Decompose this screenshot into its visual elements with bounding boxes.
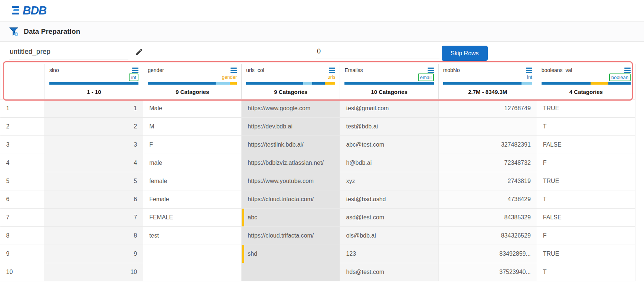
column-name: urls_col <box>246 67 264 73</box>
cell-slno[interactable]: 5 <box>45 172 143 190</box>
skip-rows-button[interactable]: Skip Rows <box>442 46 488 61</box>
cell-urls_col[interactable]: shd <box>242 245 340 263</box>
row-number: 9 <box>0 245 45 263</box>
cell-slno[interactable]: 8 <box>45 227 143 245</box>
cell-slno[interactable]: 10 <box>45 263 143 281</box>
corner-cell <box>0 64 45 99</box>
cell-Emailss[interactable]: test@gmail.com <box>340 99 438 118</box>
cell-gender[interactable]: Female <box>143 190 242 209</box>
column-type-badge: int <box>527 74 532 80</box>
cell-gender[interactable] <box>143 245 242 263</box>
cell-booleans_val[interactable]: TRUE <box>537 245 635 263</box>
cell-urls_col[interactable]: https://testlink.bdb.ai/ <box>242 136 340 154</box>
cell-slno[interactable]: 4 <box>45 154 143 172</box>
column-menu-icon[interactable] <box>526 68 532 73</box>
column-summary: 1 - 10 <box>45 85 143 95</box>
cell-Emailss[interactable]: h@bdb.ai <box>340 154 438 172</box>
cell-slno[interactable]: 7 <box>45 209 143 227</box>
cell-booleans_val[interactable]: T <box>537 118 635 136</box>
table-row: 66Femalehttps://cloud.trifacta.com/test@… <box>0 190 635 209</box>
row-number: 5 <box>0 172 45 190</box>
cell-gender[interactable] <box>143 263 242 281</box>
cell-gender[interactable]: Male <box>143 99 242 118</box>
row-number: 3 <box>0 136 45 154</box>
logo-text: BDB <box>23 4 46 17</box>
table-header-row: slnoint1 - 10gendergender9 Catagoriesurl… <box>0 64 635 99</box>
cell-urls_col[interactable]: https://www.youtube.com <box>242 172 340 190</box>
cell-urls_col[interactable]: https://dev.bdb.ai <box>242 118 340 136</box>
bdb-logo[interactable]: BDB <box>11 4 46 17</box>
cell-booleans_val[interactable]: T <box>537 263 635 281</box>
row-number: 8 <box>0 227 45 245</box>
cell-slno[interactable]: 1 <box>45 99 143 118</box>
data-grid: slnoint1 - 10gendergender9 Catagoriesurl… <box>0 64 635 281</box>
top-app-bar: BDB <box>0 0 644 22</box>
cell-gender[interactable]: M <box>143 118 242 136</box>
prep-name-input[interactable] <box>9 46 128 59</box>
cell-Emailss[interactable]: test@bsd.ashd <box>340 190 438 209</box>
cell-mobNo[interactable] <box>438 118 537 136</box>
column-menu-icon[interactable] <box>329 68 335 73</box>
cell-booleans_val[interactable]: T <box>537 190 635 209</box>
cell-Emailss[interactable]: test@bdb.ai <box>340 118 438 136</box>
cell-slno[interactable]: 3 <box>45 136 143 154</box>
column-menu-icon[interactable] <box>132 68 138 73</box>
column-menu-icon[interactable] <box>428 68 434 73</box>
cell-booleans_val[interactable]: F <box>537 227 635 245</box>
cell-urls_col[interactable]: https://bdbizviz.atlassian.net/ <box>242 154 340 172</box>
cell-gender[interactable]: F <box>143 136 242 154</box>
table-row: 1010hds@test.com37523940...T <box>0 263 635 281</box>
skip-rows-input[interactable] <box>316 46 439 59</box>
cell-slno[interactable]: 9 <box>45 245 143 263</box>
cell-urls_col[interactable]: https://cloud.trifacta.com/ <box>242 190 340 209</box>
data-preparation-icon <box>8 26 19 37</box>
column-quality-bar <box>542 82 631 85</box>
cell-mobNo[interactable]: 12768749 <box>438 99 537 118</box>
cell-gender[interactable]: male <box>143 154 242 172</box>
cell-booleans_val[interactable]: F <box>537 154 635 172</box>
cell-slno[interactable]: 2 <box>45 118 143 136</box>
cell-Emailss[interactable]: hds@test.com <box>340 263 438 281</box>
preview-table: slnoint1 - 10gendergender9 Catagoriesurl… <box>0 64 635 281</box>
column-menu-icon[interactable] <box>231 68 237 73</box>
table-row: 88testhttps://cloud.trifacta.com/ols@bdb… <box>0 227 635 245</box>
column-menu-icon[interactable] <box>624 68 631 73</box>
cell-mobNo[interactable]: 834326529 <box>438 227 537 245</box>
cell-mobNo[interactable]: 83492859... <box>438 245 537 263</box>
cell-Emailss[interactable]: ols@bdb.ai <box>340 227 438 245</box>
cell-mobNo[interactable]: 37523940... <box>438 263 537 281</box>
table-row: 22Mhttps://dev.bdb.aitest@bdb.aiT <box>0 118 635 136</box>
edit-pencil-icon[interactable] <box>135 48 143 58</box>
column-quality-bar <box>49 82 138 85</box>
cell-mobNo[interactable]: 4738429 <box>438 190 537 209</box>
cell-gender[interactable]: test <box>143 227 242 245</box>
column-quality-bar <box>344 82 434 85</box>
cell-gender[interactable]: FEMALE <box>143 209 242 227</box>
cell-booleans_val[interactable]: FALSE <box>537 136 635 154</box>
cell-booleans_val[interactable]: TRUE <box>537 99 635 118</box>
cell-urls_col[interactable]: https://cloud.trifacta.com/ <box>242 227 340 245</box>
table-row: 55femalehttps://www.youtube.comxyz274381… <box>0 172 635 190</box>
cell-Emailss[interactable]: abc@test.com <box>340 136 438 154</box>
cell-mobNo[interactable]: 72348732 <box>438 154 537 172</box>
cell-mobNo[interactable]: 327482391 <box>438 136 537 154</box>
column-quality-bar <box>246 82 335 85</box>
cell-mobNo[interactable]: 84385329 <box>438 209 537 227</box>
cell-gender[interactable]: female <box>143 172 242 190</box>
column-type-badge: email <box>418 73 434 81</box>
cell-Emailss[interactable]: asd@test.com <box>340 209 438 227</box>
column-summary: 9 Catagories <box>242 85 340 95</box>
cell-mobNo[interactable]: 2743819 <box>438 172 537 190</box>
row-number: 7 <box>0 209 45 227</box>
column-header-gender: gendergender9 Catagories <box>143 64 242 99</box>
cell-Emailss[interactable]: xyz <box>340 172 438 190</box>
cell-slno[interactable]: 6 <box>45 190 143 209</box>
cell-booleans_val[interactable]: FALSE <box>537 209 635 227</box>
cell-urls_col[interactable] <box>242 263 340 281</box>
cell-urls_col[interactable]: https://www.google.com <box>242 99 340 118</box>
cell-Emailss[interactable]: 123 <box>340 245 438 263</box>
column-header-booleans_val: booleans_valboolean4 Catagories <box>537 64 635 99</box>
cell-urls_col[interactable]: abc <box>242 209 340 227</box>
prep-toolbar: Skip Rows <box>0 42 644 64</box>
cell-booleans_val[interactable]: TRUE <box>537 172 635 190</box>
